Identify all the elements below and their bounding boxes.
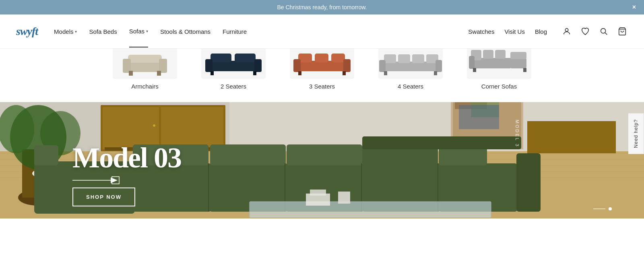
svg-rect-88 bbox=[250, 202, 491, 218]
model-label: MODEL 3 bbox=[515, 120, 520, 148]
svg-rect-78 bbox=[210, 144, 286, 165]
3-seaters-label: 3 Seaters bbox=[309, 83, 335, 90]
4-seaters-label: 4 Seaters bbox=[398, 83, 423, 90]
nav-swatches[interactable]: Swatches bbox=[468, 28, 494, 35]
header-icons bbox=[561, 26, 628, 37]
svg-rect-40 bbox=[469, 56, 475, 69]
svg-rect-30 bbox=[379, 60, 386, 72]
svg-rect-5 bbox=[128, 55, 162, 63]
nav-item-stools[interactable]: Stools & Ottomans bbox=[160, 16, 211, 47]
corner-sofas-label: Corner Sofas bbox=[481, 83, 517, 90]
svg-rect-7 bbox=[159, 59, 167, 73]
svg-rect-83 bbox=[362, 136, 521, 149]
svg-rect-32 bbox=[384, 71, 387, 75]
svg-rect-20 bbox=[331, 54, 345, 62]
wishlist-icon[interactable] bbox=[580, 26, 591, 37]
svg-rect-11 bbox=[211, 54, 231, 62]
svg-rect-31 bbox=[436, 60, 442, 72]
svg-rect-42 bbox=[523, 68, 526, 72]
header: swyft Models ▾ Sofa Beds Sofas ▾ Stools … bbox=[0, 14, 644, 49]
svg-rect-28 bbox=[412, 54, 424, 63]
dropdown-item-3-seaters[interactable]: 3 Seaters bbox=[290, 43, 354, 90]
2-seaters-label: 2 Seaters bbox=[221, 83, 246, 90]
svg-rect-15 bbox=[211, 71, 214, 75]
cart-icon[interactable] bbox=[617, 26, 628, 37]
dropdown-item-2-seaters[interactable]: 2 Seaters bbox=[201, 43, 266, 90]
account-icon[interactable] bbox=[561, 26, 572, 37]
nav-item-models[interactable]: Models ▾ bbox=[54, 16, 77, 47]
svg-rect-8 bbox=[129, 71, 133, 76]
svg-rect-22 bbox=[343, 59, 351, 72]
svg-rect-37 bbox=[495, 50, 506, 59]
nav-blog[interactable]: Blog bbox=[535, 28, 547, 35]
logo[interactable]: swyft bbox=[16, 25, 38, 38]
carousel-dot-active[interactable] bbox=[609, 207, 612, 210]
carousel-line bbox=[593, 208, 605, 209]
svg-rect-33 bbox=[434, 71, 437, 75]
armchairs-label: Armchairs bbox=[131, 83, 159, 90]
svg-rect-6 bbox=[123, 59, 131, 73]
main-nav: Models ▾ Sofa Beds Sofas ▾ Stools & Otto… bbox=[54, 16, 247, 47]
svg-point-1 bbox=[601, 29, 606, 33]
svg-rect-41 bbox=[473, 68, 476, 72]
header-left: swyft Models ▾ Sofa Beds Sofas ▾ Stools … bbox=[16, 16, 247, 47]
header-right: Swatches Visit Us Blog bbox=[468, 26, 628, 37]
svg-point-0 bbox=[565, 29, 568, 31]
svg-rect-79 bbox=[287, 144, 362, 165]
svg-rect-24 bbox=[343, 71, 346, 75]
svg-rect-36 bbox=[483, 50, 493, 59]
search-icon[interactable] bbox=[598, 26, 609, 37]
svg-rect-82 bbox=[516, 153, 541, 212]
svg-rect-39 bbox=[510, 52, 526, 59]
svg-rect-13 bbox=[205, 59, 213, 72]
dropdown-item-corner-sofas[interactable]: Corner Sofas bbox=[467, 43, 531, 90]
need-help-label: Need help? bbox=[633, 119, 639, 148]
svg-rect-9 bbox=[157, 71, 161, 76]
hero-title: Model 03 bbox=[72, 143, 181, 172]
hero-arrow-area bbox=[72, 174, 181, 186]
header-right-links: Swatches Visit Us Blog bbox=[468, 28, 547, 35]
announcement-close-button[interactable]: × bbox=[632, 4, 636, 11]
svg-rect-71 bbox=[34, 145, 58, 165]
svg-rect-90 bbox=[310, 190, 326, 196]
svg-rect-21 bbox=[293, 59, 301, 72]
hero-arrow-icon bbox=[72, 174, 121, 186]
shop-now-button[interactable]: SHOP NOW bbox=[72, 188, 135, 206]
svg-rect-38 bbox=[510, 58, 526, 68]
chevron-down-icon-sofas: ▾ bbox=[146, 29, 148, 33]
svg-rect-54 bbox=[153, 124, 155, 127]
carousel-dots bbox=[593, 207, 612, 210]
announcement-bar: Be Christmas ready, from tomorrow. × bbox=[0, 0, 644, 14]
svg-rect-23 bbox=[298, 71, 301, 75]
need-help-tab[interactable]: Need help? bbox=[628, 113, 644, 154]
svg-rect-26 bbox=[384, 54, 396, 63]
svg-line-2 bbox=[605, 33, 607, 35]
hero-text-area: Model 03 bbox=[72, 143, 181, 186]
nav-item-furniture[interactable]: Furniture bbox=[223, 16, 247, 47]
svg-rect-91 bbox=[338, 192, 350, 204]
dropdown-item-4-seaters[interactable]: 4 Seaters bbox=[378, 43, 443, 90]
announcement-text: Be Christmas ready, from tomorrow. bbox=[277, 4, 367, 10]
svg-rect-16 bbox=[253, 71, 256, 75]
svg-rect-12 bbox=[235, 54, 256, 62]
dropdown-item-armchairs[interactable]: Armchairs bbox=[113, 43, 177, 90]
svg-rect-27 bbox=[398, 54, 410, 63]
svg-rect-68 bbox=[459, 105, 499, 129]
chevron-down-icon: ▾ bbox=[75, 29, 77, 34]
svg-rect-14 bbox=[254, 59, 262, 72]
nav-visit-us[interactable]: Visit Us bbox=[504, 28, 525, 35]
nav-item-sofa-beds[interactable]: Sofa Beds bbox=[89, 16, 117, 47]
nav-item-sofas[interactable]: Sofas ▾ bbox=[129, 16, 148, 47]
svg-rect-69 bbox=[527, 121, 616, 153]
svg-rect-19 bbox=[315, 54, 328, 62]
